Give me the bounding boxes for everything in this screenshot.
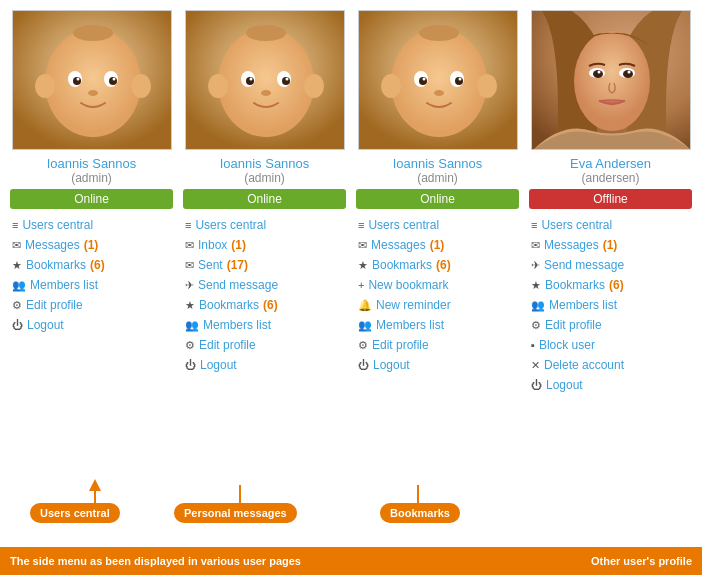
menu-label-0-4: Edit profile [26, 298, 83, 312]
menu-icon-0-3: 👥 [12, 279, 26, 292]
svg-point-11 [88, 90, 98, 96]
status-button-0[interactable]: Online [10, 189, 173, 209]
menu-item-3-7[interactable]: ✕Delete account [529, 355, 692, 375]
menu-icon-0-5: ⏻ [12, 319, 23, 331]
menu-icon-3-3: ★ [531, 279, 541, 292]
avatar-1 [185, 10, 345, 150]
user-role-2: (admin) [417, 171, 458, 185]
svg-point-2 [45, 29, 141, 137]
menu-list-3: ≡Users central✉Messages (1)✈Send message… [529, 215, 692, 395]
menu-icon-2-2: ★ [358, 259, 368, 272]
user-column-0: Ioannis Sannos(admin)Online≡Users centra… [10, 10, 173, 395]
menu-item-1-7[interactable]: ⏻Logout [183, 355, 346, 375]
menu-label-2-0: Users central [368, 218, 439, 232]
menu-badge-1-2: (17) [227, 258, 248, 272]
svg-point-29 [381, 74, 401, 98]
menu-list-0: ≡Users central✉Messages (1)★Bookmarks (6… [10, 215, 173, 335]
menu-badge-2-2: (6) [436, 258, 451, 272]
users-central-callout: Users central [30, 503, 120, 523]
menu-item-2-3[interactable]: +New bookmark [356, 275, 519, 295]
menu-label-3-0: Users central [541, 218, 612, 232]
svg-point-16 [208, 74, 228, 98]
user-name-2[interactable]: Ioannis Sannos [393, 156, 483, 171]
menu-item-2-4[interactable]: 🔔New reminder [356, 295, 519, 315]
menu-item-0-4[interactable]: ⚙Edit profile [10, 295, 173, 315]
menu-label-1-0: Users central [195, 218, 266, 232]
menu-item-1-1[interactable]: ✉Inbox (1) [183, 235, 346, 255]
menu-item-1-4[interactable]: ★Bookmarks (6) [183, 295, 346, 315]
menu-icon-1-3: ✈ [185, 279, 194, 292]
menu-icon-2-1: ✉ [358, 239, 367, 252]
menu-label-2-5: Members list [376, 318, 444, 332]
menu-icon-3-4: 👥 [531, 299, 545, 312]
menu-item-3-4[interactable]: 👥Members list [529, 295, 692, 315]
menu-item-2-2[interactable]: ★Bookmarks (6) [356, 255, 519, 275]
menu-label-3-6: Block user [539, 338, 595, 352]
menu-item-1-2[interactable]: ✉Sent (17) [183, 255, 346, 275]
menu-icon-2-7: ⏻ [358, 359, 369, 371]
avatar-0 [12, 10, 172, 150]
status-button-1[interactable]: Online [183, 189, 346, 209]
user-name-0[interactable]: Ioannis Sannos [47, 156, 137, 171]
svg-point-36 [458, 78, 461, 81]
svg-point-40 [574, 31, 650, 131]
user-name-3[interactable]: Eva Andersen [570, 156, 651, 171]
menu-item-0-5[interactable]: ⏻Logout [10, 315, 173, 335]
menu-item-0-3[interactable]: 👥Members list [10, 275, 173, 295]
menu-badge-1-4: (6) [263, 298, 278, 312]
menu-icon-2-3: + [358, 279, 364, 291]
menu-item-0-0[interactable]: ≡Users central [10, 215, 173, 235]
menu-icon-3-8: ⏻ [531, 379, 542, 391]
menu-item-3-1[interactable]: ✉Messages (1) [529, 235, 692, 255]
menu-label-2-7: Logout [373, 358, 410, 372]
menu-badge-1-1: (1) [231, 238, 246, 252]
menu-item-2-1[interactable]: ✉Messages (1) [356, 235, 519, 255]
menu-item-2-0[interactable]: ≡Users central [356, 215, 519, 235]
svg-point-4 [131, 74, 151, 98]
menu-label-2-1: Messages [371, 238, 426, 252]
menu-item-1-3[interactable]: ✈Send message [183, 275, 346, 295]
menu-badge-2-1: (1) [430, 238, 445, 252]
svg-point-45 [597, 71, 600, 74]
svg-point-25 [246, 25, 286, 41]
menu-icon-2-0: ≡ [358, 219, 364, 231]
menu-icon-0-2: ★ [12, 259, 22, 272]
menu-badge-0-2: (6) [90, 258, 105, 272]
menu-label-3-7: Delete account [544, 358, 624, 372]
svg-point-28 [391, 29, 487, 137]
menu-item-2-6[interactable]: ⚙Edit profile [356, 335, 519, 355]
svg-point-37 [434, 90, 444, 96]
other-profile-label: Other user's profile [591, 555, 692, 567]
menu-item-0-2[interactable]: ★Bookmarks (6) [10, 255, 173, 275]
menu-item-3-6[interactable]: ▪Block user [529, 335, 692, 355]
menu-item-1-5[interactable]: 👥Members list [183, 315, 346, 335]
user-role-1: (admin) [244, 171, 285, 185]
menu-item-1-6[interactable]: ⚙Edit profile [183, 335, 346, 355]
menu-icon-3-1: ✉ [531, 239, 540, 252]
menu-label-0-0: Users central [22, 218, 93, 232]
menu-label-3-4: Members list [549, 298, 617, 312]
menu-label-1-3: Send message [198, 278, 278, 292]
svg-point-38 [419, 25, 459, 41]
menu-badge-3-3: (6) [609, 278, 624, 292]
menu-item-3-2[interactable]: ✈Send message [529, 255, 692, 275]
status-button-2[interactable]: Online [356, 189, 519, 209]
menu-item-0-1[interactable]: ✉Messages (1) [10, 235, 173, 255]
menu-list-1: ≡Users central✉Inbox (1)✉Sent (17)✈Send … [183, 215, 346, 375]
menu-item-2-5[interactable]: 👥Members list [356, 315, 519, 335]
menu-item-2-7[interactable]: ⏻Logout [356, 355, 519, 375]
menu-item-3-8[interactable]: ⏻Logout [529, 375, 692, 395]
menu-icon-1-7: ⏻ [185, 359, 196, 371]
bookmarks-callout: Bookmarks [380, 503, 460, 523]
menu-label-2-6: Edit profile [372, 338, 429, 352]
menu-item-3-5[interactable]: ⚙Edit profile [529, 315, 692, 335]
menu-item-1-0[interactable]: ≡Users central [183, 215, 346, 235]
menu-item-3-3[interactable]: ★Bookmarks (6) [529, 275, 692, 295]
user-name-1[interactable]: Ioannis Sannos [220, 156, 310, 171]
menu-list-2: ≡Users central✉Messages (1)★Bookmarks (6… [356, 215, 519, 375]
menu-item-3-0[interactable]: ≡Users central [529, 215, 692, 235]
menu-label-2-2: Bookmarks [372, 258, 432, 272]
menu-label-3-2: Send message [544, 258, 624, 272]
status-button-3[interactable]: Offline [529, 189, 692, 209]
menu-badge-0-1: (1) [84, 238, 99, 252]
